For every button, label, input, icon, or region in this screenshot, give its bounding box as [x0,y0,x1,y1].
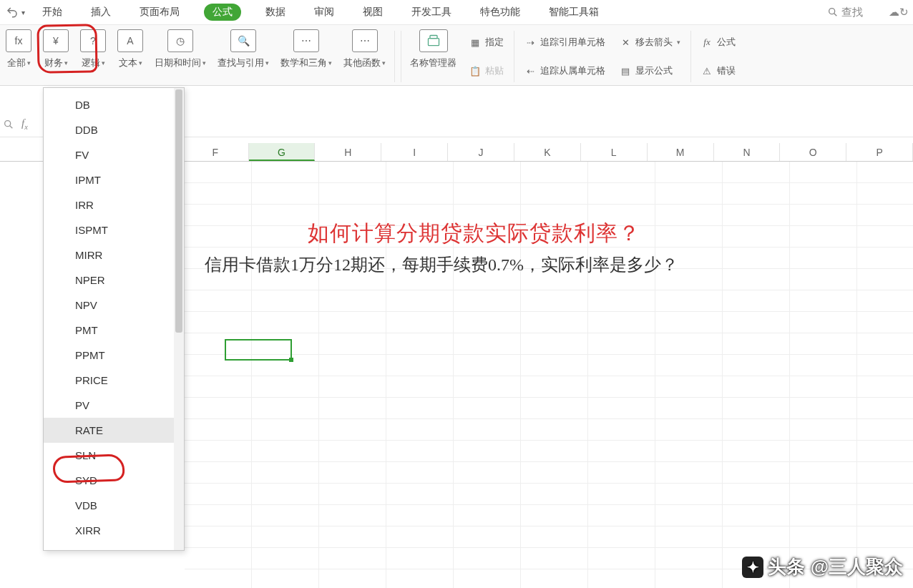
fn-item-fv[interactable]: FV [44,142,184,167]
ribbon-其他函数-button[interactable]: ⋯ 其他函数▾ [343,29,386,69]
cell[interactable] [655,376,723,398]
cell[interactable] [252,376,319,398]
cell[interactable] [454,526,521,548]
fn-item-ddb[interactable]: DDB [44,117,184,142]
tab-9[interactable]: 智能工具箱 [545,3,603,21]
cell[interactable] [588,312,655,333]
tab-3[interactable]: 公式 [204,4,241,21]
tab-5[interactable]: 审阅 [310,3,338,21]
tab-6[interactable]: 视图 [358,3,387,21]
cell[interactable] [588,355,655,376]
dropdown-scrollbar[interactable] [174,88,184,550]
cell[interactable] [521,312,588,333]
cell[interactable] [655,226,723,248]
cell[interactable] [521,526,588,548]
cell[interactable] [790,205,857,226]
cell[interactable] [386,398,454,419]
cell[interactable] [723,355,790,376]
trace-precedents-item[interactable]: ⇢ 追踪引用单元格 [522,33,608,52]
cell[interactable] [655,312,723,333]
fn-item-pmt[interactable]: PMT [44,318,184,343]
cell[interactable] [521,569,588,588]
undo-icon[interactable] [6,6,19,19]
cell[interactable] [790,462,857,484]
cell[interactable] [521,462,588,484]
cell[interactable] [319,355,386,376]
fn-item-vdb[interactable]: VDB [44,493,184,518]
tab-7[interactable]: 开发工具 [407,3,456,21]
cell[interactable] [655,419,723,441]
cell[interactable] [588,569,655,588]
formula-short-item[interactable]: fx 公式 [698,33,738,52]
cell[interactable] [386,183,454,205]
col-header-P[interactable]: P [846,143,913,161]
cell[interactable] [319,505,386,526]
cell[interactable] [185,548,252,569]
cell[interactable] [454,162,521,183]
cell[interactable] [723,333,790,355]
fn-item-nper[interactable]: NPER [44,268,184,293]
cell[interactable] [521,376,588,398]
cell[interactable] [386,419,454,441]
ribbon-数学和三角-button[interactable]: ⋯ 数学和三角▾ [280,29,332,69]
cell[interactable] [386,441,454,462]
cell[interactable] [319,419,386,441]
cell[interactable] [252,312,319,333]
col-header-J[interactable]: J [448,143,514,161]
cell[interactable] [588,183,655,205]
cell[interactable] [790,355,857,376]
cell[interactable] [252,441,319,462]
cell[interactable] [655,526,723,548]
dropdown-scroll-thumb[interactable] [175,89,182,333]
cell[interactable] [319,462,386,484]
cell[interactable] [252,526,319,548]
cell[interactable] [319,526,386,548]
cell[interactable] [723,398,790,419]
remove-arrows-item[interactable]: ✕ 移去箭头▾ [617,33,683,52]
ribbon-全部-button[interactable]: fx 全部▾ [6,29,31,69]
col-header-H[interactable]: H [315,143,381,161]
cell[interactable] [454,462,521,484]
fn-item-ppmt[interactable]: PPMT [44,343,184,368]
cell[interactable] [185,441,252,462]
cell[interactable] [185,569,252,588]
trace-dependents-item[interactable]: ⇠ 追踪从属单元格 [522,62,608,80]
cell[interactable] [521,333,588,355]
ribbon-查找与引用-button[interactable]: 🔍 查找与引用▾ [218,29,269,69]
cell[interactable] [857,333,913,355]
fn-item-sln[interactable]: SLN [44,443,184,468]
cell[interactable] [588,548,655,569]
cell[interactable] [723,269,790,290]
cell[interactable] [857,312,913,333]
cell[interactable] [319,398,386,419]
fn-item-syd[interactable]: SYD [44,468,184,493]
cell[interactable] [521,162,588,183]
cell[interactable] [857,355,913,376]
cell[interactable] [454,569,521,588]
cell[interactable] [655,205,723,226]
cell[interactable] [790,312,857,333]
cell[interactable] [521,290,588,312]
cell[interactable] [723,205,790,226]
fn-item-db[interactable]: DB [44,92,184,117]
assign-item[interactable]: ▦ 指定 [467,33,507,52]
cell[interactable] [790,376,857,398]
tab-0[interactable]: 开始 [38,3,67,21]
cell[interactable] [185,290,252,312]
cell[interactable] [857,526,913,548]
cell[interactable] [252,462,319,484]
col-header-F[interactable]: F [182,143,249,161]
cell[interactable] [790,269,857,290]
cell[interactable] [655,548,723,569]
cell[interactable] [588,526,655,548]
cell[interactable] [185,183,252,205]
cell[interactable] [588,441,655,462]
cell[interactable] [857,419,913,441]
cell[interactable] [655,183,723,205]
col-header-O[interactable]: O [780,143,846,161]
active-cell-selection[interactable] [225,339,292,361]
cell[interactable] [386,548,454,569]
cell[interactable] [588,398,655,419]
cell[interactable] [655,462,723,484]
cell[interactable] [454,484,521,505]
